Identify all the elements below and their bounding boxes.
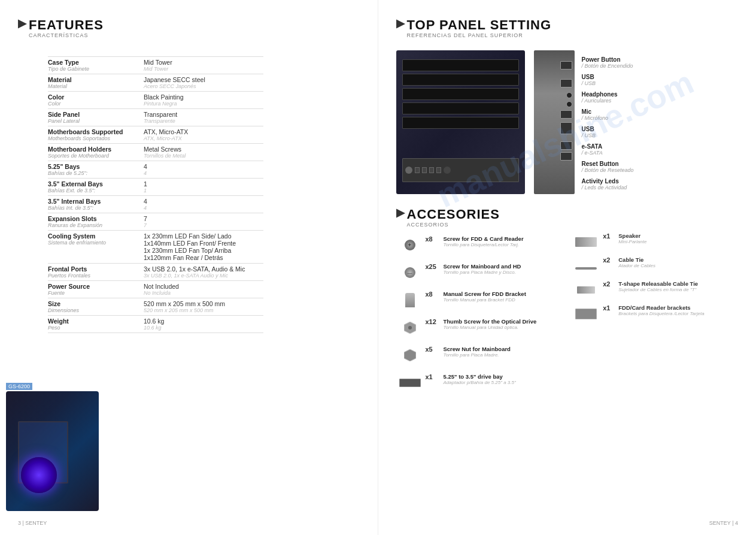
acc-name: 5.25" to 3.5" drive bay bbox=[444, 373, 516, 380]
acc-item: x1FDD/Card Reader bracketsBrackets para … bbox=[573, 304, 738, 324]
acc-name-es: Tornillo para Placa Madre y Disco. bbox=[444, 270, 521, 275]
spec-label-es: Bahías Int. de 3.5": bbox=[48, 205, 138, 211]
features-title-block: FEATURES CARACTERÍSTICAS bbox=[29, 18, 104, 38]
acc-name: Screw Nut for Mainboard bbox=[444, 346, 511, 352]
acc-name: Screw for Mainboard and HD bbox=[444, 263, 521, 270]
panel-label-main: Activity Leds bbox=[582, 178, 739, 185]
spec-value: 1 bbox=[144, 180, 263, 188]
drive-bay-2 bbox=[402, 74, 519, 86]
acc-icon bbox=[573, 256, 599, 276]
front-reset-btn bbox=[444, 167, 451, 174]
spec-label-es: Fuente bbox=[48, 290, 138, 296]
panel-label-es: / Leds de Actividad bbox=[582, 185, 739, 191]
panel-label-item: Activity Leds/ Leds de Actividad bbox=[582, 178, 739, 191]
spec-value: Transparent bbox=[144, 111, 263, 118]
spec-label: Color bbox=[48, 93, 138, 101]
side-port-headphones bbox=[566, 92, 572, 98]
acc-qty: x2 bbox=[603, 256, 615, 264]
acc-title-block: ACCESORIES ACCESORIOS bbox=[407, 207, 500, 228]
acc-name-es: Tornillo Manual para Bracket FDD bbox=[444, 297, 526, 303]
panel-front-image bbox=[396, 50, 528, 195]
spec-value: 4 bbox=[144, 163, 263, 170]
spec-row: 3.5" Internal BaysBahías Int. de 3.5":44 bbox=[48, 195, 263, 213]
acc-text: Cable TieAtador de Cables bbox=[618, 256, 655, 268]
acc-icon bbox=[398, 346, 422, 365]
acc-name: Screw for FDD & Card Reader bbox=[444, 235, 524, 242]
acc-header: ▶ ACCESORIES ACCESORIOS bbox=[396, 207, 739, 228]
spec-value-es: 4 bbox=[144, 205, 263, 211]
page: ▶ FEATURES CARACTERÍSTICAS Case TypeTipo… bbox=[0, 0, 756, 535]
acc-icon: — bbox=[398, 263, 422, 282]
drive-bay-4 bbox=[402, 102, 519, 114]
features-subtitle: CARACTERÍSTICAS bbox=[29, 32, 104, 38]
acc-qty: x8 bbox=[426, 291, 440, 298]
spec-row: 5.25" BaysBahías de 5.25":44 bbox=[48, 161, 263, 178]
spec-value-es: 10.6 kg bbox=[144, 325, 263, 331]
acc-qty: x1 bbox=[603, 232, 615, 240]
top-panel-title: TOP PANEL SETTING bbox=[407, 18, 552, 32]
drive-bay-5 bbox=[402, 117, 519, 129]
panel-label-item: USB/ USB bbox=[582, 126, 739, 138]
side-port-mic bbox=[566, 101, 572, 107]
spec-label-es: Soportes de Motherboard bbox=[48, 153, 138, 159]
acc-item: x1SpeakerMini-Parlante bbox=[573, 232, 738, 252]
acc-text: 5.25" to 3.5" drive bayAdaptador p/Bahía… bbox=[444, 373, 516, 385]
acc-text: FDD/Card Reader bracketsBrackets para Di… bbox=[618, 304, 704, 316]
panel-label-main: USB bbox=[582, 126, 739, 132]
panel-label-es: / USB bbox=[582, 80, 739, 86]
spec-row: Frontal PortsPuertos Frontales3x USB 2.0… bbox=[48, 263, 263, 280]
spec-row: ColorColorBlack PaintingPintura Negra bbox=[48, 91, 263, 108]
acc-text: T-shape Releasable Cable TieSujetador de… bbox=[618, 280, 698, 292]
panel-labels: Power Button/ Botón de EncendidoUSB/ USB… bbox=[582, 50, 739, 195]
panel-label-item: Headphones/ Auriculares bbox=[582, 91, 739, 104]
spec-label-es: Puertos Frontales bbox=[48, 273, 138, 279]
spec-label: 3.5" External Bays bbox=[48, 180, 138, 188]
spec-label: Case Type bbox=[48, 59, 138, 66]
right-section: ▶ TOP PANEL SETTING REFERENCIAS DEL PANE… bbox=[378, 0, 757, 535]
spec-row: Case TypeTipo de GabineteMid TowerMid To… bbox=[48, 56, 263, 74]
panel-label-item: USB/ USB bbox=[582, 74, 739, 86]
acc-item: x12Thumb Screw for the Optical DriveTorn… bbox=[396, 315, 561, 340]
spec-label-es: Sistema de enfriamiento bbox=[48, 240, 138, 246]
acc-name: Manual Screw for FDD Bracket bbox=[444, 291, 526, 297]
features-arrow: ▶ bbox=[18, 18, 26, 29]
spec-value: 1x 230mm LED Fan Side/ Lado 1x140mm LED … bbox=[144, 232, 263, 261]
front-port-2 bbox=[422, 167, 427, 173]
spec-label: Power Source bbox=[48, 283, 138, 290]
acc-name-es: Adaptador p/Bahía de 5.25" a 3.5" bbox=[444, 380, 516, 385]
spec-label: Frontal Ports bbox=[48, 265, 138, 273]
spec-value: 10.6 kg bbox=[144, 318, 263, 325]
panel-label-es: / Botón de Encendido bbox=[582, 63, 739, 69]
acc-qty: x2 bbox=[603, 280, 615, 288]
spec-value: Black Painting bbox=[144, 93, 263, 101]
spec-value: ATX, Micro-ATX bbox=[144, 128, 263, 135]
spec-value-es: 1 bbox=[144, 188, 263, 194]
spec-value-es: Transparente bbox=[144, 118, 263, 124]
acc-icon bbox=[573, 280, 599, 300]
front-panel bbox=[402, 158, 519, 182]
spec-row: WeightPeso10.6 kg10.6 kg bbox=[48, 315, 263, 333]
acc-qty: x5 bbox=[426, 346, 440, 353]
spec-value-es: Acero SECC Japonés bbox=[144, 83, 263, 89]
panel-label-es: / e-SATA bbox=[582, 150, 739, 156]
spec-label: Size bbox=[48, 300, 138, 307]
panel-label-item: Reset Button/ Botón de Reseteado bbox=[582, 161, 739, 173]
side-port-usb1 bbox=[560, 79, 572, 87]
spec-row: Motherboards SupportedMotherboards Sopor… bbox=[48, 126, 263, 143]
panel-label-es: / Botón de Reseteado bbox=[582, 167, 739, 173]
front-port-3 bbox=[429, 167, 434, 173]
top-panel-arrow: ▶ bbox=[396, 18, 405, 29]
side-panel-col bbox=[534, 50, 576, 195]
acc-item: x15.25" to 3.5" drive bayAdaptador p/Bah… bbox=[396, 370, 561, 395]
panel-label-item: Power Button/ Botón de Encendido bbox=[582, 56, 739, 69]
spec-value-es: No Incluida bbox=[144, 290, 263, 296]
acc-item: x2T-shape Releasable Cable TieSujetador … bbox=[573, 280, 738, 300]
spec-label-es: Bahías de 5.25": bbox=[48, 170, 138, 176]
spec-value: Not Included bbox=[144, 283, 263, 290]
accessories-grid: +x8Screw for FDD & Card ReaderTornillo p… bbox=[396, 232, 739, 398]
panel-label-es: / USB bbox=[582, 132, 739, 138]
spec-value-es: 520 mm x 205 mm x 500 mm bbox=[144, 307, 263, 313]
drive-bays bbox=[402, 59, 519, 129]
acc-name-es: Tornillo para Disquetera/Lector Tarj. bbox=[444, 242, 524, 247]
acc-icon bbox=[398, 373, 422, 392]
